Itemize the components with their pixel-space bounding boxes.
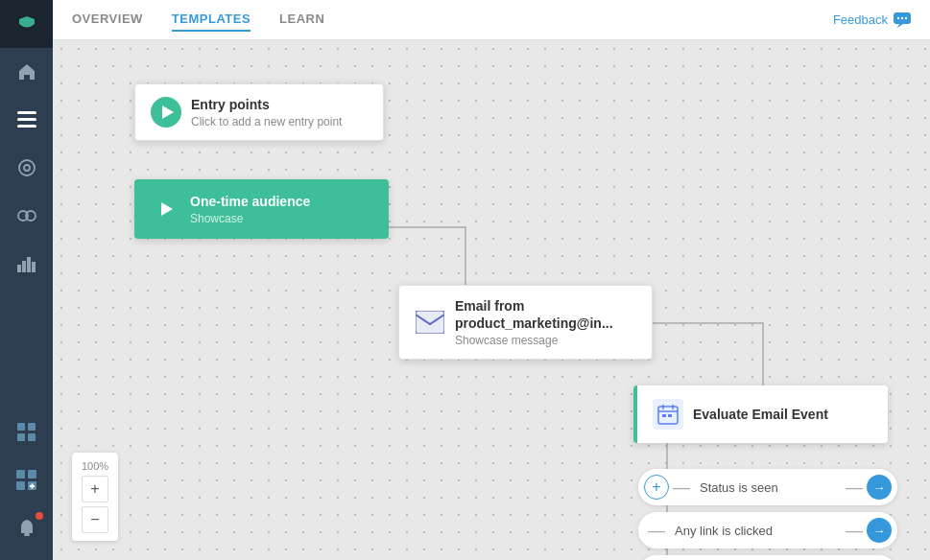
nav-items: OVERVIEW TEMPLATES LEARN xyxy=(72,8,833,32)
sidebar xyxy=(0,0,53,560)
zoom-in-button[interactable]: + xyxy=(82,476,108,502)
condition-remove-1[interactable]: — xyxy=(669,475,694,500)
audience-node[interactable]: One-time audience Showcase xyxy=(134,179,389,239)
audience-title: One-time audience xyxy=(190,193,310,210)
svg-rect-10 xyxy=(27,257,31,272)
sidebar-item-flows[interactable] xyxy=(0,96,53,144)
evaluate-node[interactable]: Evaluate Email Event xyxy=(633,385,888,443)
condition-arrow-1[interactable]: → xyxy=(867,475,892,500)
notification-dot xyxy=(36,512,43,520)
svg-point-25 xyxy=(901,16,903,18)
sidebar-item-add[interactable] xyxy=(0,456,53,504)
svg-rect-3 xyxy=(17,125,36,128)
svg-rect-15 xyxy=(28,433,36,441)
condition-text-1: Status is seen xyxy=(694,480,842,495)
nav-templates[interactable]: TEMPLATES xyxy=(172,8,250,32)
svg-rect-17 xyxy=(28,470,36,478)
condition-text-2: Any link is clicked xyxy=(669,524,842,538)
condition-row-2[interactable]: — Any link is clicked — → xyxy=(638,512,897,548)
svg-point-26 xyxy=(905,16,907,18)
condition-remove-2[interactable]: — xyxy=(644,518,669,543)
entry-title: Entry points xyxy=(191,96,342,113)
sidebar-item-templates-grid[interactable] xyxy=(0,408,53,456)
svg-rect-18 xyxy=(16,481,25,490)
email-node[interactable]: Email from product_marketing@in... Showc… xyxy=(398,285,653,360)
nav-overview[interactable]: OVERVIEW xyxy=(72,8,143,32)
svg-rect-12 xyxy=(17,423,25,431)
condition-dash-1[interactable]: — xyxy=(842,475,867,500)
top-navigation: OVERVIEW TEMPLATES LEARN Feedback xyxy=(53,0,930,40)
svg-point-5 xyxy=(24,165,30,171)
svg-point-4 xyxy=(19,160,35,175)
audience-text: One-time audience Showcase xyxy=(190,193,310,225)
svg-rect-2 xyxy=(17,118,36,121)
svg-rect-14 xyxy=(17,433,25,441)
sidebar-item-segments[interactable] xyxy=(0,192,53,240)
zoom-controls: 100% + − xyxy=(72,453,118,541)
main-area: OVERVIEW TEMPLATES LEARN Feedback xyxy=(53,0,930,560)
condition-row-1[interactable]: + — Status is seen — → xyxy=(638,469,897,505)
svg-point-24 xyxy=(897,16,899,18)
sidebar-item-home[interactable] xyxy=(0,48,53,96)
zoom-out-button[interactable]: − xyxy=(82,506,108,533)
svg-rect-1 xyxy=(17,111,36,114)
nav-learn[interactable]: LEARN xyxy=(279,8,324,32)
sidebar-logo xyxy=(0,0,53,48)
svg-rect-40 xyxy=(662,414,666,417)
sidebar-item-contacts[interactable] xyxy=(0,144,53,192)
email-subtitle: Showcase message xyxy=(455,334,636,347)
evaluate-text: Evaluate Email Event xyxy=(693,406,828,423)
entry-play-icon xyxy=(151,97,181,128)
play-triangle xyxy=(162,105,174,119)
email-envelope-icon xyxy=(415,307,445,338)
svg-rect-11 xyxy=(32,262,36,272)
audience-play-icon xyxy=(150,194,180,224)
svg-rect-8 xyxy=(17,265,21,272)
condition-arrow-2[interactable]: → xyxy=(867,518,892,543)
svg-rect-41 xyxy=(668,414,672,417)
entry-points-node[interactable]: Entry points Click to add a new entry po… xyxy=(134,83,384,141)
entry-text: Entry points Click to add a new entry po… xyxy=(191,96,342,128)
svg-rect-22 xyxy=(24,533,30,536)
feedback-button[interactable]: Feedback xyxy=(833,12,911,28)
evaluate-title: Evaluate Email Event xyxy=(693,406,828,423)
svg-rect-9 xyxy=(22,261,26,272)
feedback-label: Feedback xyxy=(833,12,888,27)
sidebar-item-notifications[interactable] xyxy=(0,504,53,552)
email-title: Email from product_marketing@in... xyxy=(455,297,636,332)
condition-dash-2[interactable]: — xyxy=(842,518,867,543)
condition-add-1[interactable]: + xyxy=(644,475,669,500)
svg-rect-34 xyxy=(416,311,444,334)
svg-rect-13 xyxy=(28,423,36,431)
entry-subtitle: Click to add a new entry point xyxy=(191,115,342,128)
audience-subtitle: Showcase xyxy=(190,212,310,225)
condition-row-3[interactable]: — If no action until the end of flow — → xyxy=(638,555,897,560)
zoom-level: 100% xyxy=(82,460,108,472)
sidebar-item-analytics[interactable] xyxy=(0,240,53,288)
flow-canvas[interactable]: Entry points Click to add a new entry po… xyxy=(53,40,930,560)
calendar-icon xyxy=(653,399,683,430)
email-text: Email from product_marketing@in... Showc… xyxy=(455,297,636,347)
svg-rect-16 xyxy=(16,470,25,478)
audience-play-triangle xyxy=(161,202,173,216)
